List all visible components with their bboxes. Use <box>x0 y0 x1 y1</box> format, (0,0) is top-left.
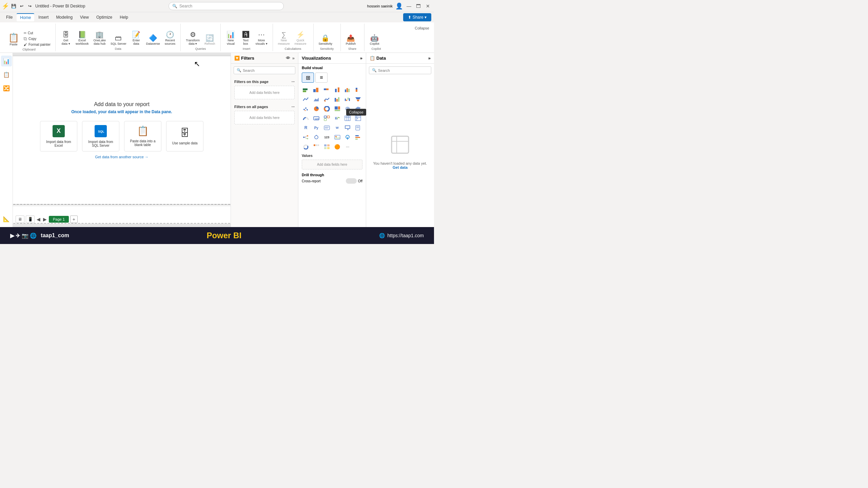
menu-view[interactable]: View <box>77 14 92 21</box>
redo-icon[interactable]: ↪ <box>27 3 33 9</box>
sample-data-button[interactable]: 🗄 Use sample data <box>166 121 203 151</box>
viz-circle-gauge[interactable] <box>301 142 311 151</box>
viz-image[interactable] <box>333 133 342 142</box>
cross-report-switch[interactable] <box>346 178 357 184</box>
dataverse-button[interactable]: 🔷 Dataverse <box>144 26 162 46</box>
viz-100-stacked-column[interactable] <box>353 85 363 94</box>
viz-key-influencers[interactable] <box>312 133 321 142</box>
format-painter-button[interactable]: 🖌 Format painter <box>22 42 52 47</box>
model-view-button[interactable]: 🔀 <box>1 83 12 94</box>
desktop-view-button[interactable]: 🖥 <box>16 216 24 223</box>
viz-more[interactable]: ··· <box>343 142 352 151</box>
viz-multi-card[interactable] <box>322 114 332 123</box>
viz-stacked-column[interactable] <box>333 85 342 94</box>
menu-help[interactable]: Help <box>116 14 132 21</box>
viz-line[interactable] <box>301 95 311 104</box>
close-button[interactable]: ✕ <box>425 3 431 9</box>
enter-data-button[interactable]: 📝 Enterdata <box>130 26 143 46</box>
menu-home[interactable]: Home <box>17 13 34 21</box>
filters-on-page-more[interactable]: ··· <box>292 80 295 84</box>
refresh-button[interactable]: 🔄 Refresh <box>203 26 217 46</box>
add-page-button[interactable]: + <box>70 216 78 223</box>
collapse-ribbon-button[interactable]: Collapse <box>413 25 431 31</box>
copy-button[interactable]: ⿻ Copy <box>22 36 52 41</box>
data-panel-expand[interactable]: » <box>428 56 431 61</box>
viz-123-numeric[interactable]: 123 <box>322 133 332 142</box>
filters-search-box[interactable]: 🔍 <box>234 66 295 74</box>
page-next-button[interactable]: ▶ <box>42 216 47 223</box>
onelake-button[interactable]: 🏢 OneLakedata hub <box>92 26 108 46</box>
copilot-button[interactable]: 🤖 Copilot <box>368 26 381 46</box>
viz-kpi[interactable]: K <box>333 114 342 123</box>
viz-matrix[interactable] <box>353 114 363 123</box>
cut-button[interactable]: ✂ Cut <box>22 30 52 36</box>
new-visual-button[interactable]: 📊 Newvisual <box>224 26 238 46</box>
excel-button[interactable]: 📗 Excelworkbook <box>74 26 91 46</box>
report-view-button[interactable]: 📊 <box>1 56 12 66</box>
data-search-box[interactable]: 🔍 <box>369 66 431 74</box>
viz-qna[interactable] <box>343 123 352 132</box>
title-search-box[interactable]: 🔍 Search <box>169 2 284 10</box>
new-measure-button[interactable]: ∑ Newmeasure <box>276 26 292 46</box>
viz-paginated[interactable] <box>353 123 363 132</box>
viz-clustered-bar[interactable] <box>312 85 321 94</box>
table-view-button[interactable]: 📋 <box>1 69 12 80</box>
viz-python[interactable]: Py <box>312 123 321 132</box>
viz-scatter[interactable] <box>301 104 311 113</box>
viz-bar-chart-race[interactable] <box>353 133 363 142</box>
import-sql-button[interactable]: SQL Import data from SQL Server <box>82 121 119 151</box>
viz-grid-view-button[interactable]: ⊞ <box>302 73 314 83</box>
save-icon[interactable]: 💾 <box>11 3 16 9</box>
mobile-view-button[interactable]: 📱 <box>26 216 35 223</box>
viz-gauge[interactable] <box>301 114 311 123</box>
viz-filled-map[interactable] <box>353 104 363 113</box>
menu-file[interactable]: File <box>3 14 16 21</box>
viz-donut[interactable] <box>322 104 332 113</box>
viz-card[interactable]: 123 <box>312 114 321 123</box>
page-1-tab[interactable]: Page 1 <box>49 216 69 223</box>
report-canvas[interactable]: Add data to your report Once loaded, you… <box>13 56 231 204</box>
viz-table[interactable] <box>343 114 352 123</box>
viz-100-stacked-bar[interactable] <box>322 85 332 94</box>
filters-search-input[interactable] <box>243 68 292 73</box>
menu-insert[interactable]: Insert <box>35 14 52 21</box>
viz-smart-narrative[interactable] <box>322 123 332 132</box>
viz-azure-map[interactable] <box>343 133 352 142</box>
import-excel-button[interactable]: X Import data from Excel <box>40 121 77 151</box>
viz-values-drop-area[interactable]: Add data fields here <box>302 160 362 169</box>
paste-button[interactable]: 📋 Paste <box>6 27 21 47</box>
viz-stacked-bar[interactable] <box>301 85 311 94</box>
viz-chiclet-slicer[interactable] <box>312 142 321 151</box>
undo-icon[interactable]: ↩ <box>19 3 24 9</box>
viz-treemap[interactable] <box>333 104 342 113</box>
filters-expand-icon[interactable]: » <box>292 56 295 61</box>
viz-waterfall[interactable] <box>343 95 352 104</box>
maximize-button[interactable]: 🗖 <box>415 3 422 9</box>
recent-sources-button[interactable]: 🕐 Recentsources <box>163 26 177 46</box>
viz-sunburst[interactable]: 🟠 <box>333 142 342 151</box>
share-button[interactable]: ⬆ Share ▾ <box>403 13 431 21</box>
minimize-button[interactable]: — <box>406 3 412 9</box>
transform-data-button[interactable]: ⚙ Transformdata ▾ <box>184 26 201 46</box>
viz-ribbon[interactable] <box>333 95 342 104</box>
more-visuals-button[interactable]: ⋯ Morevisuals ▾ <box>254 26 269 46</box>
menu-modeling[interactable]: Modeling <box>53 14 76 21</box>
quick-measure-button[interactable]: ⚡ Quickmeasure <box>293 26 308 46</box>
filters-view-icon[interactable]: 👁 <box>286 56 290 61</box>
page-prev-button[interactable]: ◀ <box>36 216 41 223</box>
viz-area[interactable] <box>312 95 321 104</box>
viz-pie[interactable] <box>312 104 321 113</box>
viz-clustered-column[interactable] <box>343 85 352 94</box>
menu-optimize[interactable]: Optimize <box>93 14 116 21</box>
publish-button[interactable]: 📤 Publish <box>344 26 358 46</box>
viz-photo-grid[interactable] <box>322 142 332 151</box>
viz-word-cloud[interactable]: W <box>333 123 342 132</box>
user-avatar-icon[interactable]: 👤 <box>395 2 403 10</box>
viz-map[interactable] <box>343 104 352 113</box>
viz-decomposition-tree[interactable] <box>301 133 311 142</box>
sensitivity-button[interactable]: 🔒 Sensitivity <box>317 26 334 46</box>
dax-view-button[interactable]: 📐 <box>1 214 12 224</box>
get-data-button[interactable]: 🗄 Getdata ▾ <box>59 26 73 46</box>
viz-line-clustered[interactable] <box>322 95 332 104</box>
filters-all-pages-more[interactable]: ··· <box>292 105 295 109</box>
